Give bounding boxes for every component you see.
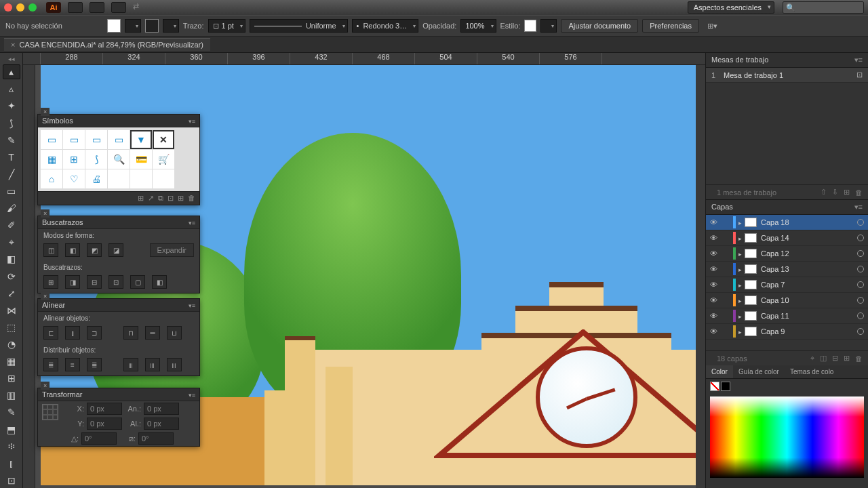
stroke-swatch[interactable] <box>145 19 159 33</box>
disclosure-icon[interactable] <box>738 234 745 242</box>
target-icon[interactable] <box>857 266 864 272</box>
symbol-item[interactable]: ✕ <box>153 130 174 149</box>
vdist-bottom-icon[interactable]: ≣ <box>87 358 102 371</box>
symbol-item[interactable]: ⊞ <box>63 150 85 169</box>
panel-menu-icon[interactable] <box>189 301 195 309</box>
intersect-icon[interactable]: ◩ <box>87 243 102 257</box>
tab-color-guide[interactable]: Guía de color <box>733 365 785 378</box>
new-artboard-icon[interactable]: ⊞ <box>844 188 850 197</box>
pen-tool[interactable]: ✎ <box>3 133 20 148</box>
exclude-icon[interactable]: ◪ <box>108 243 123 257</box>
hdist-right-icon[interactable]: ⫼ <box>167 358 182 371</box>
type-tool[interactable]: T <box>3 150 20 165</box>
scale-tool[interactable]: ⤢ <box>3 286 20 301</box>
layer-row[interactable]: 👁Capa 11 <box>706 308 868 324</box>
style-dropdown[interactable] <box>540 19 557 33</box>
stroke-profile-dropdown[interactable]: Uniforme <box>250 19 348 33</box>
visibility-icon[interactable]: 👁 <box>710 265 721 273</box>
symbol-item[interactable]: ♡ <box>63 169 85 188</box>
magic-wand-tool[interactable]: ✦ <box>3 98 20 113</box>
ruler-vertical[interactable] <box>23 65 35 488</box>
fill-swatch[interactable] <box>107 19 121 33</box>
locate-icon[interactable]: ⌖ <box>810 354 814 363</box>
transform-h-input[interactable] <box>144 418 179 430</box>
transform-shear-input[interactable] <box>138 432 174 445</box>
transform-rotate-input[interactable] <box>81 432 117 445</box>
tab-color-themes[interactable]: Temas de colo <box>785 365 839 378</box>
perspective-tool[interactable]: ▦ <box>3 354 20 369</box>
new-sublayer-icon[interactable]: ⊟ <box>832 354 838 363</box>
column-graph-tool[interactable]: ⫿ <box>3 456 20 471</box>
layer-row[interactable]: 👁Capa 7 <box>706 277 868 293</box>
visibility-icon[interactable]: 👁 <box>710 234 721 242</box>
sync-icon[interactable]: ⇄ <box>133 2 148 13</box>
brush-dropdown[interactable]: •Redondo 3… <box>352 19 419 33</box>
none-swatch[interactable] <box>710 382 719 391</box>
document-setup-button[interactable]: Ajustar documento <box>561 19 638 33</box>
document-tab[interactable]: × CASA ENCENDIDA.ai* al 284,79% (RGB/Pre… <box>4 38 210 51</box>
move-up-icon[interactable]: ⇧ <box>821 188 827 197</box>
disclosure-icon[interactable] <box>738 327 745 336</box>
new-symbol-icon[interactable]: ⊞ <box>178 194 184 203</box>
layer-name[interactable]: Capa 12 <box>761 249 857 258</box>
eraser-tool[interactable]: ◧ <box>3 251 20 266</box>
hdist-left-icon[interactable]: ⫼ <box>123 358 138 371</box>
tab-color[interactable]: Color <box>706 365 733 378</box>
panel-menu-icon[interactable] <box>854 56 863 64</box>
layers-panel-tab[interactable]: Capas <box>706 200 868 215</box>
panel-menu-icon[interactable] <box>189 117 195 125</box>
layer-name[interactable]: Capa 13 <box>761 265 857 273</box>
symbol-item[interactable]: ▭ <box>85 130 107 149</box>
line-tool[interactable]: ╱ <box>3 167 20 182</box>
new-layer-icon[interactable]: ⊞ <box>844 354 850 363</box>
layer-row[interactable]: 👁Capa 12 <box>706 246 868 262</box>
align-hcenter-icon[interactable]: ⫿ <box>65 326 80 340</box>
stroke-weight-dropdown[interactable]: ⊡1 pt <box>208 19 245 33</box>
symbol-item[interactable]: ▭ <box>41 130 62 149</box>
traffic-zoom[interactable] <box>28 3 37 12</box>
panel-menu-icon[interactable] <box>189 218 195 226</box>
disclosure-icon[interactable] <box>738 218 745 226</box>
symbol-sprayer-tool[interactable]: ፨ <box>3 439 20 454</box>
artboard-options-icon[interactable]: ⊡ <box>856 70 863 79</box>
shape-builder-tool[interactable]: ◔ <box>3 337 20 352</box>
visibility-icon[interactable]: 👁 <box>710 327 721 336</box>
visibility-icon[interactable]: 👁 <box>710 281 721 289</box>
target-icon[interactable] <box>857 250 864 257</box>
disclosure-icon[interactable] <box>738 249 745 258</box>
visibility-icon[interactable]: 👁 <box>710 249 721 258</box>
delete-symbol-icon[interactable]: 🗑 <box>188 194 195 203</box>
symbol-item[interactable]: 🖨 <box>85 169 107 188</box>
minus-back-icon[interactable]: ◧ <box>152 275 167 289</box>
traffic-close[interactable] <box>4 3 12 12</box>
layer-row[interactable]: 👁Capa 18 <box>706 215 868 230</box>
move-down-icon[interactable]: ⇩ <box>832 188 838 197</box>
layer-name[interactable]: Capa 11 <box>761 312 857 320</box>
target-icon[interactable] <box>857 297 864 304</box>
rotate-tool[interactable]: ⟳ <box>3 268 20 283</box>
eyedropper-tool[interactable]: ✎ <box>3 405 20 420</box>
visibility-icon[interactable]: 👁 <box>710 312 721 320</box>
panel-menu-icon[interactable] <box>189 390 195 399</box>
layer-row[interactable]: 👁Capa 10 <box>706 293 868 308</box>
stroke-dropdown[interactable] <box>163 19 179 33</box>
vdist-center-icon[interactable]: ≡ <box>65 358 80 371</box>
symbol-item[interactable]: 🛒 <box>153 150 174 169</box>
disclosure-icon[interactable] <box>738 281 745 289</box>
symbol-item[interactable]: ▭ <box>63 130 85 149</box>
trim-icon[interactable]: ◨ <box>65 275 80 289</box>
mesh-tool[interactable]: ⊞ <box>3 371 20 386</box>
break-link-icon[interactable]: ⧉ <box>158 194 163 203</box>
preferences-button[interactable]: Preferencias <box>642 19 699 33</box>
disclosure-icon[interactable] <box>738 312 745 320</box>
unite-icon[interactable]: ◫ <box>43 243 58 257</box>
delete-layer-icon[interactable]: 🗑 <box>855 354 863 363</box>
align-right-icon[interactable]: ⊐ <box>87 326 102 340</box>
layer-name[interactable]: Capa 9 <box>761 327 857 336</box>
tab-close-icon[interactable]: × <box>11 41 15 49</box>
black-swatch[interactable] <box>721 382 730 391</box>
vdist-top-icon[interactable]: ≣ <box>43 358 58 371</box>
layer-name[interactable]: Capa 14 <box>761 234 857 242</box>
blend-tool[interactable]: ⬒ <box>3 422 20 436</box>
transform-x-input[interactable] <box>87 403 122 415</box>
